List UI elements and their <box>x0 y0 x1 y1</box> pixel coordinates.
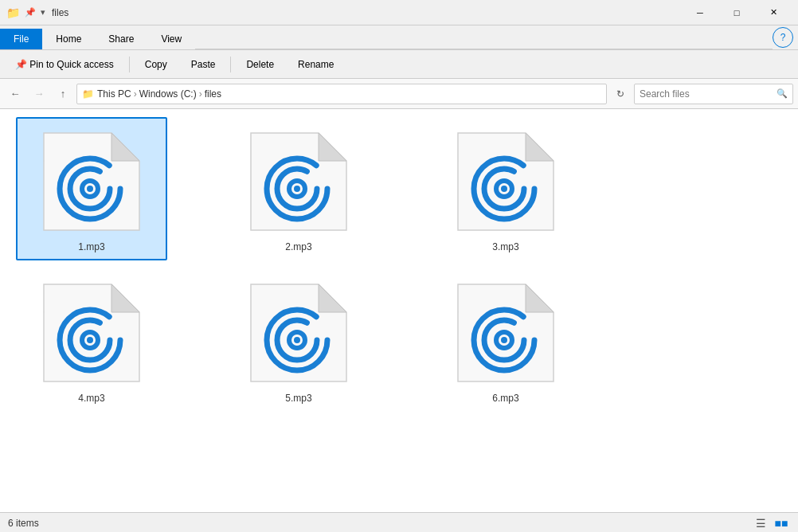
ribbon: File Home Share View ? 📌 Pin to Quick ac… <box>0 25 798 79</box>
tab-share[interactable]: Share <box>95 29 147 49</box>
address-path[interactable]: 📁 This PC › Windows (C:) › files <box>76 84 607 104</box>
file-grid-area: 1.mp3 2.mp3 <box>0 109 798 512</box>
svg-marker-1 <box>111 133 139 161</box>
ribbon-tabs: File Home Share View ? <box>0 25 798 49</box>
tab-file[interactable]: File <box>0 29 42 49</box>
minimize-button[interactable]: ─ <box>682 0 718 25</box>
breadcrumb-this-pc[interactable]: This PC <box>97 88 131 100</box>
folder-icon: 📁 <box>6 6 20 19</box>
maximize-button[interactable]: □ <box>718 0 755 25</box>
file-name-6: 6.mp3 <box>492 393 518 404</box>
svg-marker-13 <box>526 133 554 161</box>
list-view-button[interactable]: ☰ <box>752 514 769 532</box>
help-button[interactable]: ? <box>773 27 793 48</box>
file-icon-6 <box>450 276 561 388</box>
paste-button[interactable]: Paste <box>182 56 225 73</box>
file-icon-5 <box>243 276 354 388</box>
breadcrumb-files[interactable]: files <box>205 88 221 100</box>
file-item-2[interactable]: 2.mp3 <box>223 117 374 260</box>
refresh-button[interactable]: ↻ <box>610 84 631 104</box>
file-item-3[interactable]: 3.mp3 <box>430 117 581 260</box>
pin-quick-access-button[interactable]: 📌 Pin to Quick access <box>6 56 123 73</box>
file-icon-3 <box>450 125 561 237</box>
title-bar: 📁 📌 ▾ files ─ □ ✕ <box>0 0 798 25</box>
file-item-5[interactable]: 5.mp3 <box>223 268 374 412</box>
copy-button[interactable]: Copy <box>136 56 176 73</box>
file-icon-2 <box>243 125 354 237</box>
file-grid: 1.mp3 2.mp3 <box>16 117 782 412</box>
file-name-5: 5.mp3 <box>285 393 311 404</box>
item-count: 6 items <box>8 518 39 529</box>
window-title: files <box>52 7 682 18</box>
quick-access-pin-icon: 📌 <box>25 7 36 18</box>
file-item-4[interactable]: 4.mp3 <box>16 268 167 412</box>
main-layout: 1.mp3 2.mp3 <box>0 109 798 512</box>
breadcrumb-home-icon: 📁 <box>82 88 94 100</box>
svg-point-17 <box>501 186 507 192</box>
breadcrumb-windows-c[interactable]: Windows (C:) <box>139 88 197 100</box>
svg-marker-19 <box>111 284 139 312</box>
ribbon-content: 📌 Pin to Quick access Copy Paste Delete … <box>0 49 798 78</box>
svg-marker-7 <box>319 133 346 161</box>
status-bar: 6 items ☰ ■■ <box>0 512 798 532</box>
svg-point-23 <box>87 337 93 343</box>
svg-point-11 <box>294 186 300 192</box>
back-button[interactable]: ← <box>5 84 25 104</box>
file-name-4: 4.mp3 <box>78 393 104 404</box>
svg-marker-31 <box>526 284 554 312</box>
search-input[interactable] <box>640 88 773 100</box>
title-bar-icons: 📁 📌 ▾ <box>6 6 45 19</box>
close-button[interactable]: ✕ <box>755 0 792 25</box>
file-icon-4 <box>36 276 147 388</box>
svg-point-5 <box>87 186 93 192</box>
svg-point-35 <box>501 337 507 343</box>
view-controls: ☰ ■■ <box>752 514 790 532</box>
path-separator-1: › <box>134 88 137 100</box>
rename-button[interactable]: Rename <box>289 56 342 73</box>
title-bar-arrow-icon: ▾ <box>41 7 45 18</box>
file-name-2: 2.mp3 <box>285 241 311 252</box>
file-name-1: 1.mp3 <box>78 241 104 252</box>
svg-marker-25 <box>319 284 346 312</box>
file-item-1[interactable]: 1.mp3 <box>16 117 167 260</box>
address-bar: ← → ↑ 📁 This PC › Windows (C:) › files ↻… <box>0 79 798 109</box>
grid-view-button[interactable]: ■■ <box>773 514 790 532</box>
file-icon-1 <box>36 125 147 237</box>
file-name-3: 3.mp3 <box>492 241 518 252</box>
forward-button[interactable]: → <box>29 84 49 104</box>
window-controls: ─ □ ✕ <box>682 0 792 25</box>
path-separator-2: › <box>199 88 202 100</box>
tab-view[interactable]: View <box>147 29 195 49</box>
file-item-6[interactable]: 6.mp3 <box>430 268 581 412</box>
search-box[interactable]: 🔍 <box>634 84 793 104</box>
up-button[interactable]: ↑ <box>53 84 73 104</box>
search-icon: 🔍 <box>776 88 788 99</box>
svg-point-29 <box>294 337 300 343</box>
delete-button[interactable]: Delete <box>237 56 283 73</box>
tab-home[interactable]: Home <box>42 29 95 49</box>
